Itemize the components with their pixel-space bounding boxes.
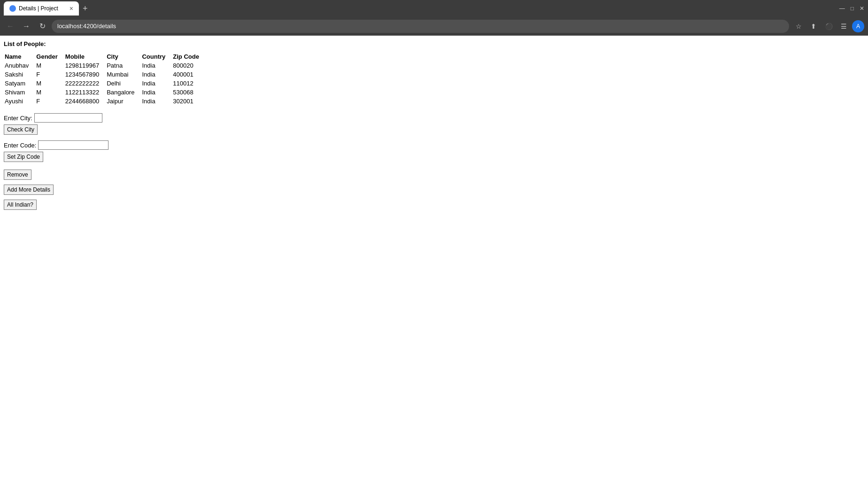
table-cell: 2244668800 — [65, 97, 107, 106]
nav-bar: ← → ↻ ☆ ⬆ ⚫ ☰ A — [0, 17, 868, 36]
table-row: SakshiF1234567890MumbaiIndia400001 — [5, 70, 207, 79]
table-cell: 530068 — [173, 88, 207, 97]
sidebar-icon[interactable]: ☰ — [837, 20, 850, 33]
table-row: AyushiF2244668800JaipurIndia302001 — [5, 97, 207, 106]
table-cell: Bangalore — [107, 88, 142, 97]
table-cell: M — [36, 61, 65, 70]
address-bar[interactable] — [52, 20, 789, 33]
table-cell: F — [36, 70, 65, 79]
table-cell: 1234567890 — [65, 70, 107, 79]
browser-tab[interactable]: Details | Project × — [4, 1, 79, 15]
table-cell: Sakshi — [5, 70, 36, 79]
col-header-zipcode: Zip Code — [173, 52, 207, 61]
table-cell: Ayushi — [5, 97, 36, 106]
col-header-mobile: Mobile — [65, 52, 107, 61]
table-cell: 2222222222 — [65, 79, 107, 88]
col-header-name: Name — [5, 52, 36, 61]
remove-button[interactable]: Remove — [4, 170, 31, 180]
col-header-gender: Gender — [36, 52, 65, 61]
table-cell: Patna — [107, 61, 142, 70]
city-form-section: Enter City: Check City — [4, 113, 864, 135]
city-label: Enter City: — [4, 115, 32, 122]
table-body: AnubhavM1298119967PatnaIndia800020Sakshi… — [5, 61, 207, 106]
people-table: Name Gender Mobile City Country Zip Code… — [5, 52, 207, 106]
table-cell: India — [142, 79, 173, 88]
bookmark-icon[interactable]: ☆ — [792, 20, 805, 33]
table-cell: India — [142, 88, 173, 97]
close-window-icon[interactable]: ✕ — [860, 5, 864, 12]
page-title: List of People: — [4, 40, 864, 47]
tab-favicon-icon — [9, 5, 16, 12]
code-input[interactable] — [38, 140, 108, 150]
code-form-section: Enter Code: Set Zip Code — [4, 140, 864, 162]
table-row: AnubhavM1298119967PatnaIndia800020 — [5, 61, 207, 70]
table-cell: 800020 — [173, 61, 207, 70]
tab-title: Details | Project — [19, 5, 58, 12]
add-more-section: Add More Details — [4, 185, 864, 195]
minimize-icon[interactable]: — — [839, 5, 845, 12]
table-cell: M — [36, 88, 65, 97]
code-form-row: Enter Code: — [4, 140, 864, 150]
back-button[interactable]: ← — [4, 20, 17, 33]
table-row: SatyamM2222222222DelhiIndia110012 — [5, 79, 207, 88]
col-header-city: City — [107, 52, 142, 61]
table-cell: M — [36, 79, 65, 88]
forward-button[interactable]: → — [20, 20, 33, 33]
table-cell: India — [142, 97, 173, 106]
tab-close-icon[interactable]: × — [70, 5, 73, 12]
table-header-row: Name Gender Mobile City Country Zip Code — [5, 52, 207, 61]
table-row: ShivamM1122113322BangaloreIndia530068 — [5, 88, 207, 97]
col-header-country: Country — [142, 52, 173, 61]
table-cell: Anubhav — [5, 61, 36, 70]
table-cell: 302001 — [173, 97, 207, 106]
table-cell: F — [36, 97, 65, 106]
table-cell: Jaipur — [107, 97, 142, 106]
remove-section: Remove — [4, 168, 864, 180]
table-cell: Mumbai — [107, 70, 142, 79]
extensions-icon[interactable]: ⚫ — [822, 20, 835, 33]
city-form-row: Enter City: — [4, 113, 864, 123]
title-bar: Details | Project × + — □ ✕ — [0, 0, 868, 17]
new-tab-button[interactable]: + — [83, 4, 88, 14]
table-cell: India — [142, 61, 173, 70]
all-indian-section: All Indian? — [4, 200, 864, 210]
check-city-button[interactable]: Check City — [4, 124, 38, 135]
share-icon[interactable]: ⬆ — [807, 20, 820, 33]
table-cell: 400001 — [173, 70, 207, 79]
table-cell: Delhi — [107, 79, 142, 88]
table-cell: 1298119967 — [65, 61, 107, 70]
table-cell: India — [142, 70, 173, 79]
refresh-button[interactable]: ↻ — [36, 20, 49, 33]
table-cell: 1122113322 — [65, 88, 107, 97]
nav-right-icons: ☆ ⬆ ⚫ ☰ A — [792, 20, 864, 33]
profile-avatar[interactable]: A — [852, 20, 864, 32]
browser-chrome: Details | Project × + — □ ✕ ← → ↻ ☆ ⬆ ⚫ … — [0, 0, 868, 36]
set-zip-code-button[interactable]: Set Zip Code — [4, 152, 43, 162]
table-cell: Shivam — [5, 88, 36, 97]
table-cell: 110012 — [173, 79, 207, 88]
all-indian-button[interactable]: All Indian? — [4, 200, 37, 210]
code-label: Enter Code: — [4, 142, 36, 149]
maximize-icon[interactable]: □ — [851, 5, 854, 12]
page-content: List of People: Name Gender Mobile City … — [0, 36, 868, 219]
city-input[interactable] — [34, 113, 102, 123]
table-cell: Satyam — [5, 79, 36, 88]
add-more-details-button[interactable]: Add More Details — [4, 185, 54, 195]
